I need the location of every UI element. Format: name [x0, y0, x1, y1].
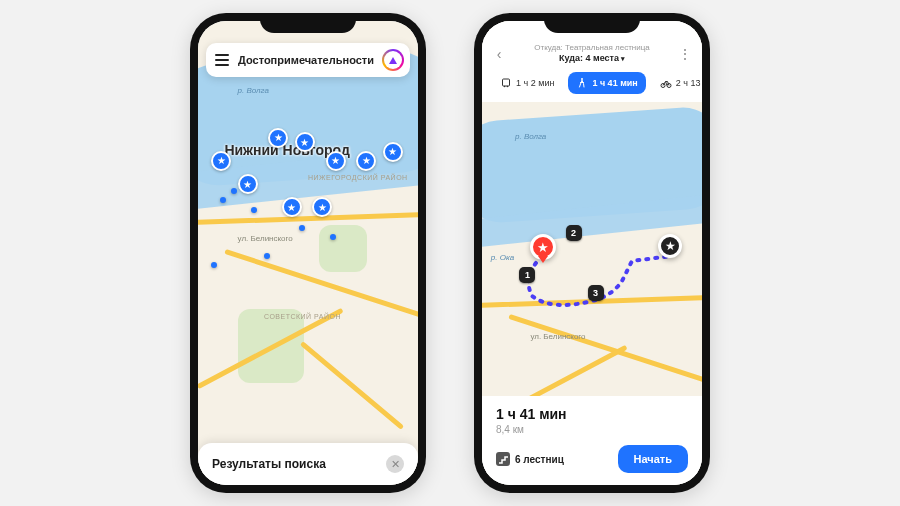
waypoint-1[interactable]: 1 — [519, 267, 535, 283]
screen-right: р. Волга р. Ока ул. Белинского ★ 1 2 3 ★… — [482, 21, 702, 485]
svg-point-1 — [504, 86, 506, 88]
bus-icon — [500, 77, 512, 89]
route-summary-sheet: 1 ч 41 мин 8,4 км 6 лестниц Начать — [482, 396, 702, 485]
poi-pin[interactable] — [238, 174, 258, 194]
route-title-block[interactable]: Откуда: Театральная лестница Куда: 4 мес… — [514, 43, 670, 64]
phone-left: р. Волга Нижний Новгород НИЖЕГОРОДСКИЙ Р… — [190, 13, 426, 493]
mode-transit[interactable]: 1 ч 2 мин — [492, 72, 562, 94]
poi-dot[interactable] — [264, 253, 270, 259]
bike-icon — [660, 77, 672, 89]
poi-dot[interactable] — [231, 188, 237, 194]
close-icon[interactable]: ✕ — [386, 455, 404, 473]
poi-pin[interactable] — [326, 151, 346, 171]
waypoint-2[interactable]: 2 — [566, 225, 582, 241]
street-label: ул. Белинского — [238, 234, 293, 243]
results-sheet[interactable]: Результаты поиска ✕ — [198, 443, 418, 485]
poi-pin[interactable] — [211, 151, 231, 171]
svg-point-2 — [507, 86, 509, 88]
mode-walk[interactable]: 1 ч 41 мин — [568, 72, 645, 94]
phone-right: р. Волга р. Ока ул. Белинского ★ 1 2 3 ★… — [474, 13, 710, 493]
more-icon[interactable]: ⋮ — [676, 46, 694, 62]
district-label-2: СОВЕТСКИЙ РАЙОН — [264, 313, 341, 320]
summary-distance: 8,4 км — [496, 424, 688, 435]
waypoint-3[interactable]: 3 — [588, 285, 604, 301]
back-icon[interactable]: ‹ — [490, 46, 508, 62]
river-label: р. Волга — [515, 132, 546, 141]
poi-pin[interactable] — [282, 197, 302, 217]
route-header: ‹ Откуда: Театральная лестница Куда: 4 м… — [482, 21, 702, 102]
poi-pin[interactable] — [383, 142, 403, 162]
street-label: ул. Белинского — [530, 332, 585, 341]
poi-pin[interactable] — [268, 128, 288, 148]
svg-rect-0 — [503, 79, 510, 86]
route-from: Откуда: Театральная лестница — [514, 43, 670, 53]
river2-label: р. Ока — [491, 253, 514, 262]
poi-dot[interactable] — [251, 207, 257, 213]
walk-icon — [576, 77, 588, 89]
search-bar[interactable]: Достопримечательности — [206, 43, 410, 77]
stairs-icon — [496, 452, 510, 466]
transport-modes: 1 ч 2 мин 1 ч 41 мин 2 ч 13 мин — [490, 72, 694, 96]
summary-time: 1 ч 41 мин — [496, 406, 688, 422]
screen-left: р. Волга Нижний Новгород НИЖЕГОРОДСКИЙ Р… — [198, 21, 418, 485]
start-button[interactable]: Начать — [618, 445, 688, 473]
route-to: Куда: 4 места▾ — [514, 53, 670, 64]
results-title: Результаты поиска — [212, 457, 386, 471]
stairs-chip[interactable]: 6 лестниц — [496, 452, 564, 466]
mode-bike[interactable]: 2 ч 13 мин — [652, 72, 702, 94]
menu-icon[interactable] — [212, 54, 232, 66]
district-label-1: НИЖЕГОРОДСКИЙ РАЙОН — [308, 174, 408, 181]
svg-point-3 — [581, 78, 583, 80]
voice-assistant-icon[interactable] — [382, 49, 404, 71]
search-text: Достопримечательности — [232, 54, 382, 66]
river-label: р. Волга — [238, 86, 269, 95]
map-left[interactable]: р. Волга Нижний Новгород НИЖЕГОРОДСКИЙ Р… — [198, 21, 418, 485]
